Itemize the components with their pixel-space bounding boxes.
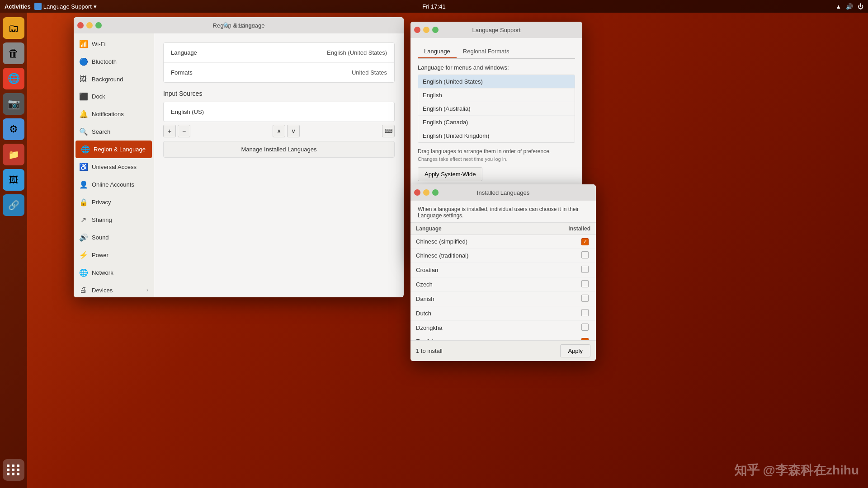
tab-language[interactable]: Language <box>418 45 457 58</box>
install-status: 1 to install <box>416 347 443 354</box>
dock-item-chrome[interactable]: 🌐 <box>3 68 24 89</box>
installed-lang-row[interactable]: Croatian <box>410 263 596 277</box>
sidebar-label-universal: Universal Access <box>92 164 137 170</box>
sidebar-item-online[interactable]: 👤 Online Accounts <box>74 176 154 193</box>
installed-lang-row[interactable]: English✓ <box>410 335 596 340</box>
language-row[interactable]: Language English (United States) <box>164 43 394 63</box>
installed-apply-button[interactable]: Apply <box>560 344 590 357</box>
installed-header-desc: When a language is installed, individual… <box>410 201 596 223</box>
move-input-source-up-button[interactable]: ∧ <box>273 125 285 137</box>
installed-lang-name: Dzongkha <box>410 320 533 335</box>
settings-body: 📶 Wi-Fi 🔵 Bluetooth 🖼 Background ⬛ Dock … <box>74 33 404 297</box>
col-installed-header: Installed <box>533 223 596 235</box>
installed-lang-name: Dutch <box>410 306 533 320</box>
sidebar-item-network[interactable]: 🌐 Network <box>74 264 154 282</box>
installed-footer: 1 to install Apply <box>410 340 596 361</box>
apply-system-wide-button[interactable]: Apply System-Wide <box>418 167 482 181</box>
installed-lang-checkbox[interactable] <box>581 266 589 273</box>
sidebar-item-sound[interactable]: 🔊 Sound <box>74 229 154 246</box>
sidebar-item-universal[interactable]: ♿ Universal Access <box>74 158 154 176</box>
sidebar-label-privacy: Privacy <box>92 199 111 206</box>
lang-support-title: Language Support <box>472 27 521 33</box>
formats-row[interactable]: Formats United States <box>164 63 394 82</box>
sidebar-item-devices[interactable]: 🖨 Devices › <box>74 282 154 297</box>
settings-minimize-button[interactable] <box>86 22 93 28</box>
installed-lang-row[interactable]: Chinese (traditional) <box>410 248 596 263</box>
manage-installed-languages-button[interactable]: Manage Installed Languages <box>163 141 395 158</box>
installed-lang-name: Chinese (traditional) <box>410 248 533 263</box>
settings-close-button[interactable] <box>77 22 84 28</box>
installed-lang-row[interactable]: Czech <box>410 277 596 291</box>
sharing-sidebar-icon: ↗ <box>79 216 87 224</box>
sidebar-item-power[interactable]: ⚡ Power <box>74 246 154 264</box>
tab-regional-formats[interactable]: Regional Formats <box>457 45 516 58</box>
move-input-source-down-button[interactable]: ∨ <box>287 125 300 137</box>
sidebar-item-dock[interactable]: ⬛ Dock <box>74 88 154 105</box>
formats-row-label: Formats <box>171 69 352 76</box>
installed-lang-row[interactable]: Dzongkha <box>410 320 596 335</box>
sidebar-item-background[interactable]: 🖼 Background <box>74 70 154 88</box>
power-icon[interactable]: ⏻ <box>858 3 863 10</box>
lang-item-english-uk[interactable]: English (United Kingdom) <box>418 129 575 142</box>
notifications-sidebar-icon: 🔔 <box>79 110 87 118</box>
sidebar-item-privacy[interactable]: 🔒 Privacy <box>74 193 154 211</box>
sidebar-item-region[interactable]: 🌐 Region & Language <box>75 141 152 158</box>
installed-close-button[interactable] <box>414 189 420 196</box>
network-sidebar-icon: 🌐 <box>79 268 87 277</box>
sidebar-item-bluetooth[interactable]: 🔵 Bluetooth <box>74 53 154 70</box>
installed-lang-checkbox[interactable] <box>581 295 589 302</box>
lang-support-minimize-button[interactable] <box>423 27 429 33</box>
dock-item-image[interactable]: 🖼 <box>3 169 24 191</box>
lang-support-maximize-button[interactable] <box>432 27 439 33</box>
settings-maximize-button[interactable] <box>95 22 102 28</box>
speaker-icon: 🔊 <box>846 3 853 10</box>
activities-button[interactable]: Activities <box>5 3 31 10</box>
installed-lang-title: Installed Languages <box>477 189 529 196</box>
dock-item-settings[interactable]: ⚙ <box>3 118 24 140</box>
installed-lang-checkbox[interactable] <box>581 280 589 287</box>
lang-item-english-au[interactable]: English (Australia) <box>418 102 575 116</box>
add-input-source-button[interactable]: + <box>163 125 176 137</box>
installed-lang-checkbox[interactable] <box>581 309 589 316</box>
input-source-english-us: English (US) <box>163 102 395 122</box>
remove-input-source-button[interactable]: − <box>178 125 190 137</box>
installed-languages-scroll: Language Installed Chinese (simplified)✓… <box>410 223 596 340</box>
installed-lang-checkbox[interactable] <box>581 324 589 331</box>
input-source-controls: + − ∧ ∨ ⌨ <box>163 125 395 137</box>
region-sidebar-icon: 🌐 <box>81 145 89 154</box>
col-language-header: Language <box>410 223 533 235</box>
settings-content: Language English (United States) Formats… <box>154 33 404 297</box>
installed-lang-checkbox[interactable]: ✓ <box>581 338 589 340</box>
installed-lang-row[interactable]: Chinese (simplified)✓ <box>410 235 596 249</box>
dock-item-camera[interactable]: 📷 <box>3 93 24 115</box>
sidebar-item-notifications[interactable]: 🔔 Notifications <box>74 105 154 123</box>
topbar-app[interactable]: Language Support ▾ <box>34 3 97 10</box>
sidebar-label-power: Power <box>92 252 108 258</box>
app-grid-button[interactable] <box>3 459 24 481</box>
lang-item-english[interactable]: English <box>418 89 575 102</box>
installed-lang-row[interactable]: Dutch <box>410 306 596 320</box>
lang-item-english-ca[interactable]: English (Canada) <box>418 116 575 129</box>
background-sidebar-icon: 🖼 <box>79 75 87 83</box>
installed-maximize-button[interactable] <box>432 189 439 196</box>
dock-item-network[interactable]: 🔗 <box>3 194 24 216</box>
sidebar-item-sharing[interactable]: ↗ Sharing <box>74 211 154 229</box>
sidebar-label-online: Online Accounts <box>92 181 134 188</box>
dock-item-toshiba[interactable]: 📁 <box>3 144 24 165</box>
dock-item-files[interactable]: 🗂 <box>3 17 24 39</box>
topbar-left: Activities Language Support ▾ <box>5 3 97 10</box>
sidebar-label-bluetooth: Bluetooth <box>92 58 117 65</box>
sidebar-item-wifi[interactable]: 📶 Wi-Fi <box>74 35 154 53</box>
lang-item-english-us[interactable]: English (United States) <box>418 75 575 89</box>
installed-lang-checkbox[interactable]: ✓ <box>581 238 589 245</box>
sidebar-item-search[interactable]: 🔍 Search <box>74 123 154 141</box>
installed-lang-row[interactable]: Danish <box>410 291 596 306</box>
keyboard-preview-button[interactable]: ⌨ <box>382 125 395 137</box>
installed-lang-check-cell <box>533 248 596 263</box>
installed-minimize-button[interactable] <box>423 189 429 196</box>
dock-item-trash[interactable]: 🗑 <box>3 42 24 64</box>
app-icon <box>34 3 42 10</box>
settings-search-icon[interactable]: 🔍 <box>223 22 230 29</box>
lang-support-close-button[interactable] <box>414 27 420 33</box>
installed-lang-checkbox[interactable] <box>581 251 589 258</box>
